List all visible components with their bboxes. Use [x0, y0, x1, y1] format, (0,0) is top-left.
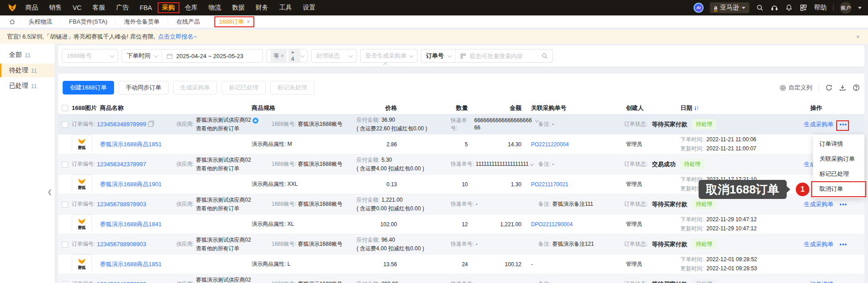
nav-item-data[interactable]: 数据 [227, 2, 250, 13]
product-name-link[interactable]: 赛狐演示1688商品1851 [100, 261, 162, 268]
search-icon[interactable] [756, 4, 764, 12]
tab-close-icon[interactable]: × [247, 19, 250, 25]
tab-fba-shipment[interactable]: FBA货件(STA) [60, 18, 115, 25]
store-switcher[interactable]: a 亚马逊 [710, 2, 749, 13]
notice-signup-link[interactable]: 点击立即报名~ [158, 33, 197, 41]
row-checkbox[interactable] [62, 161, 68, 168]
sidebar-item-pending[interactable]: 待处理11 [0, 64, 55, 77]
row-checkbox[interactable] [62, 121, 68, 128]
apps-grid-icon[interactable] [799, 4, 808, 12]
nav-item-warehouse[interactable]: 仓库 [179, 2, 203, 13]
ai-assistant-icon[interactable]: AI [694, 3, 704, 13]
primary-action-link[interactable]: 生成采购单 [804, 121, 833, 128]
home-icon[interactable] [5, 19, 20, 25]
row-checkbox[interactable] [62, 201, 68, 208]
download-icon[interactable] [839, 84, 846, 91]
nav-item-logistics[interactable]: 物流 [203, 2, 227, 13]
tab-online-products[interactable]: 在线产品 [168, 18, 208, 25]
supplier-chat-icon[interactable] [253, 118, 258, 124]
po-number-link[interactable]: DPO2211290004 [531, 221, 573, 228]
account-avatar[interactable]: 账户 [840, 2, 852, 14]
row-checkbox[interactable] [62, 241, 68, 248]
bell-icon[interactable] [785, 4, 793, 12]
copy-icon[interactable] [148, 122, 153, 127]
order-number-link[interactable]: 123456788908903 [97, 241, 146, 248]
tag-remove-icon[interactable]: × [281, 53, 284, 59]
primary-action-link[interactable]: 生成采购单 [804, 241, 833, 248]
menu-item-mark-processed[interactable]: 标记已处理 [813, 166, 864, 181]
nav-item-purchase-active[interactable]: 采购 [158, 2, 179, 13]
tab-first-leg-logistics[interactable]: 头程物流 [20, 18, 60, 25]
generate-po-button[interactable]: 生成采购单 [173, 81, 217, 94]
order-number-link[interactable]: 123456348978999 [97, 121, 146, 128]
menu-item-cancel-order[interactable]: 取消订单 [813, 181, 864, 196]
nav-item-vc[interactable]: VC [67, 3, 87, 13]
search-input[interactable] [470, 53, 538, 60]
refresh-icon[interactable] [825, 84, 833, 91]
multi-filter-select[interactable]: 等× + 4 [267, 49, 308, 63]
primary-action-link[interactable]: 订单详情 [810, 281, 833, 283]
nav-item-sales[interactable]: 销售 [44, 2, 67, 13]
order-number-link[interactable]: 123456342378997 [97, 161, 146, 168]
menu-item-order-detail[interactable]: 订单详情 [813, 136, 864, 151]
order-number-link[interactable]: 123456348978903 [97, 281, 146, 283]
more-actions-button[interactable]: ••• [839, 201, 847, 208]
app-logo[interactable] [5, 3, 20, 13]
date-range-input[interactable]: 2025-04-24 ~ 2025-05-23 [162, 50, 263, 62]
create-order-button[interactable]: 创建1688订单 [63, 81, 114, 94]
notice-close-icon[interactable]: × [856, 33, 860, 40]
nav-item-finance[interactable]: 财务 [250, 2, 274, 13]
product-name-link[interactable]: 赛狐演示1688商品1841 [100, 221, 162, 228]
product-name-link[interactable]: 赛狐演示1688商品1851 [100, 141, 162, 148]
sync-orders-button[interactable]: 手动同步订单 [119, 81, 169, 94]
nav-item-products[interactable]: 商品 [20, 2, 44, 13]
view-all-orders-link[interactable]: 查看他的所有订单 [196, 165, 239, 172]
sidebar-item-all[interactable]: 全部11 [0, 48, 55, 62]
process-status-select[interactable]: 处理状态 [311, 49, 357, 63]
more-actions-button[interactable]: ••• [839, 241, 847, 248]
primary-action-link[interactable]: 生成采购单 [804, 201, 833, 208]
po-number-link[interactable]: PO2211170021 [531, 181, 568, 188]
more-actions-button[interactable]: ••• [839, 281, 847, 283]
help-link[interactable]: 帮助 [814, 4, 827, 12]
mark-unprocessed-button[interactable]: 标记未处理 [270, 81, 314, 94]
menu-item-link-po[interactable]: 关联采购订单 [813, 151, 864, 166]
customize-columns-button[interactable]: 自定义列 [779, 84, 812, 92]
search-group: 订单号 [421, 49, 553, 63]
row-checkbox[interactable] [62, 281, 68, 283]
nav-item-tools[interactable]: 工具 [274, 2, 298, 13]
more-actions-button[interactable]: ••• [839, 121, 847, 128]
nav-item-service[interactable]: 客服 [87, 2, 110, 13]
product-image[interactable]: 赛狐 [72, 214, 92, 234]
search-type-select[interactable]: 订单号 [422, 50, 455, 62]
nav-item-ads[interactable]: 广告 [110, 2, 134, 13]
view-all-orders-link[interactable]: 查看他的所有订单 [196, 205, 239, 212]
po-number-link[interactable]: PO2211220004 [531, 141, 569, 148]
view-all-orders-link[interactable]: 查看他的所有订单 [196, 125, 239, 132]
select-all-checkbox[interactable] [62, 105, 68, 111]
date-sort-icon[interactable] [694, 105, 699, 111]
product-image[interactable]: 赛狐 [72, 174, 92, 194]
account-chevron-icon[interactable] [858, 7, 862, 9]
sidebar-collapse-handle[interactable]: ❮ [47, 189, 52, 195]
sidebar-item-processed[interactable]: 已处理11 [0, 79, 55, 93]
help-icon[interactable] [853, 84, 860, 91]
time-type-select[interactable]: 下单时间 [122, 50, 162, 62]
mark-processed-button[interactable]: 标记已处理 [222, 81, 266, 94]
tab-1688-orders-active[interactable]: 1688订单 × [214, 16, 254, 27]
order-number-link[interactable]: 123456788978903 [97, 201, 146, 208]
nav-item-fba[interactable]: FBA [134, 3, 157, 13]
po-number-link[interactable]: - [531, 261, 533, 268]
filter-collapse-toggle[interactable] [377, 62, 393, 67]
product-image[interactable]: 赛狐 [72, 134, 92, 154]
account-name: 赛狐演示1688账号 [298, 241, 342, 247]
nav-item-settings[interactable]: 设置 [298, 2, 321, 13]
product-image[interactable]: 赛狐 [72, 254, 92, 274]
view-all-orders-link[interactable]: 查看他的所有订单 [196, 245, 239, 252]
chevron-down-icon[interactable] [530, 162, 534, 166]
headset-icon[interactable] [770, 4, 779, 12]
po-generated-select[interactable]: 是否生成采购单 [360, 49, 417, 63]
product-name-link[interactable]: 赛狐演示1688商品1901 [100, 181, 162, 188]
account-select[interactable]: 1688账号 [62, 49, 118, 63]
tab-overseas-stock[interactable]: 海外仓备货单 [115, 18, 168, 25]
